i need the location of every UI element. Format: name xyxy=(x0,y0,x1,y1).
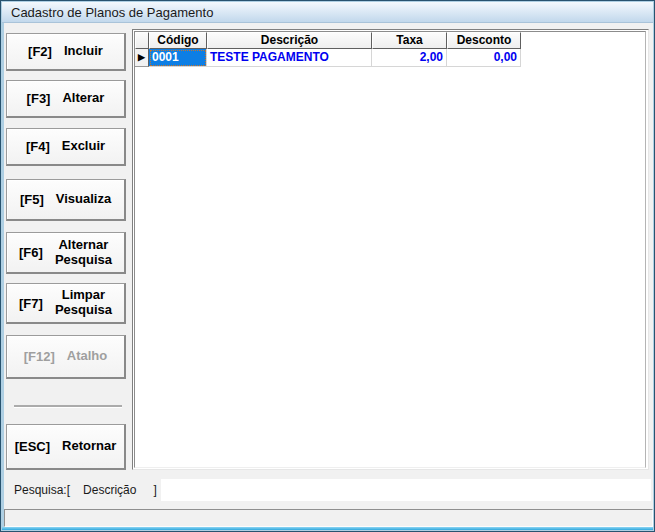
search-label-prefix: Pesquisa:[ xyxy=(14,483,70,497)
retornar-key-label: [ESC] xyxy=(15,439,50,454)
client-area: [F2] Incluir [F3] Alterar [F4] Excluir [… xyxy=(4,23,653,529)
visualiza-button[interactable]: [F5] Visualiza xyxy=(6,179,126,221)
window-titlebar[interactable]: Cadastro de Planos de Pagamento xyxy=(2,2,653,23)
grid-header-codigo[interactable]: Código xyxy=(149,32,207,49)
grid-header-taxa[interactable]: Taxa xyxy=(372,32,447,49)
search-row: Pesquisa:[ Descrição ] xyxy=(4,479,653,501)
limpar-pesquisa-label: Limpar Pesquisa xyxy=(55,288,112,318)
alternar-pesquisa-button[interactable]: [F6] Alternar Pesquisa xyxy=(6,232,126,274)
search-label-suffix: ] xyxy=(153,483,156,497)
excluir-button[interactable]: [F4] Excluir xyxy=(6,128,126,166)
excluir-label: Excluir xyxy=(62,139,105,154)
status-bar xyxy=(4,509,653,527)
visualiza-label: Visualiza xyxy=(56,192,111,207)
window-title: Cadastro de Planos de Pagamento xyxy=(11,5,213,20)
grid-header-row: Código Descrição Taxa Desconto xyxy=(135,32,645,49)
search-field-name: Descrição xyxy=(83,483,136,497)
search-label: Pesquisa:[ Descrição ] xyxy=(14,483,157,497)
cell-codigo-selected[interactable]: 0001 xyxy=(149,49,207,67)
excluir-key-label: [F4] xyxy=(26,139,50,154)
alterar-label: Alterar xyxy=(62,91,104,106)
grid-header-desconto[interactable]: Desconto xyxy=(447,32,521,49)
row-indicator-arrow-icon: ▶ xyxy=(135,49,149,67)
atalho-button-disabled: [F12] Atalho xyxy=(6,335,126,379)
limpar-pesquisa-key-label: [F7] xyxy=(19,296,43,311)
retornar-label: Retornar xyxy=(62,439,116,454)
incluir-key-label: [F2] xyxy=(28,44,52,59)
payment-plans-grid: Código Descrição Taxa Desconto ▶ 0001 TE… xyxy=(134,31,646,468)
sidebar-divider xyxy=(14,405,122,407)
grid-header-indicator xyxy=(135,32,149,49)
alterar-key-label: [F3] xyxy=(27,91,51,106)
limpar-pesquisa-button[interactable]: [F7] Limpar Pesquisa xyxy=(6,283,126,324)
cell-descricao[interactable]: TESTE PAGAMENTO xyxy=(207,49,372,67)
alterar-button[interactable]: [F3] Alterar xyxy=(6,80,126,118)
alternar-pesquisa-key-label: [F6] xyxy=(19,245,43,260)
grid-panel: Código Descrição Taxa Desconto ▶ 0001 TE… xyxy=(132,29,649,470)
cell-taxa[interactable]: 2,00 xyxy=(372,49,447,67)
cell-desconto[interactable]: 0,00 xyxy=(447,49,521,67)
incluir-label: Incluir xyxy=(64,44,103,59)
search-input[interactable] xyxy=(161,479,651,501)
atalho-label: Atalho xyxy=(67,349,107,364)
alternar-pesquisa-label: Alternar Pesquisa xyxy=(55,238,112,268)
table-row[interactable]: ▶ 0001 TESTE PAGAMENTO 2,00 0,00 xyxy=(135,49,645,67)
app-window: Cadastro de Planos de Pagamento [F2] Inc… xyxy=(0,0,655,532)
retornar-button[interactable]: [ESC] Retornar xyxy=(6,424,126,470)
grid-header-descricao[interactable]: Descrição xyxy=(207,32,372,49)
atalho-key-label: [F12] xyxy=(24,349,55,364)
incluir-button[interactable]: [F2] Incluir xyxy=(6,33,126,71)
visualiza-key-label: [F5] xyxy=(20,192,44,207)
